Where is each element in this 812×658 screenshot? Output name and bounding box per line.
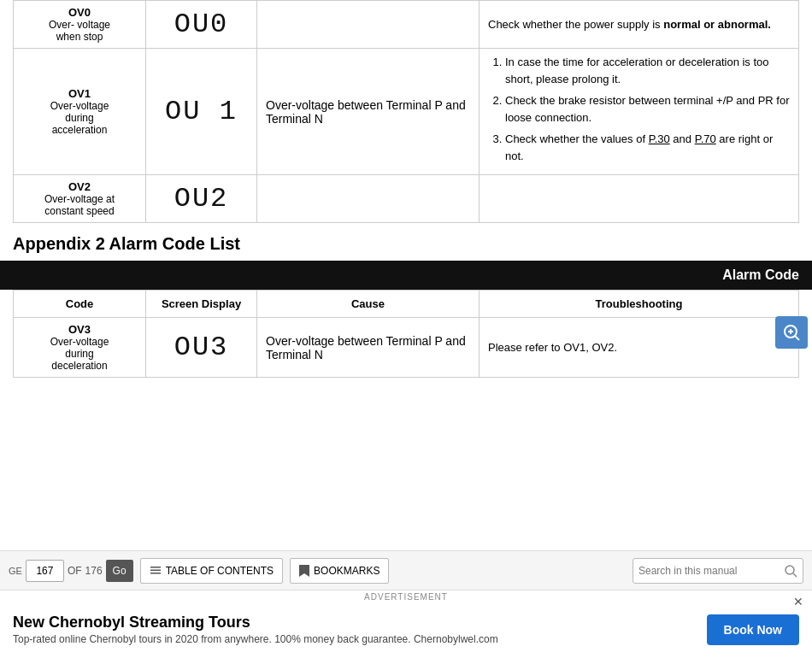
- toc-button[interactable]: TABLE OF CONTENTS: [140, 558, 283, 584]
- ad-content: New Chernobyl Streaming Tours Top-rated …: [13, 614, 799, 645]
- cause-cell-ov3: Over-voltage between Terminal P and Term…: [257, 318, 480, 378]
- code-label-ov3: OV3: [22, 323, 137, 336]
- main-content: OV0 Over- voltagewhen stop OU0 Check whe…: [0, 0, 812, 378]
- ad-title: New Chernobyl Streaming Tours: [13, 614, 707, 632]
- list-item: Check whether the values of P.30 and P.7…: [505, 131, 790, 164]
- code-cell-ov2: OV2 Over-voltage atconstant speed: [14, 175, 146, 223]
- table-row: OV1 Over-voltageduringacceleration OU 1 …: [14, 49, 799, 175]
- code-label-ov0: OV0: [22, 6, 137, 19]
- lcd-display-ov0: OU0: [174, 9, 229, 40]
- zoom-in-icon: [782, 323, 801, 342]
- col-header-troubleshooting: Troubleshooting: [480, 291, 799, 318]
- page-total: 176: [85, 565, 103, 577]
- toc-icon: [150, 565, 162, 577]
- svg-line-1: [795, 336, 799, 340]
- trouble-cell-ov0: Check whether the power supply is normal…: [480, 1, 799, 49]
- cause-cell-ov0: [257, 1, 480, 49]
- col-header-code: Code: [14, 291, 146, 318]
- lower-alarm-table: Code Screen Display Cause Troubleshootin…: [13, 290, 799, 378]
- list-item: Check the brake resistor between termina…: [505, 92, 790, 126]
- upper-table-section: OV0 Over- voltagewhen stop OU0 Check whe…: [0, 0, 812, 223]
- trouble-cell-ov2: [480, 175, 799, 223]
- svg-line-9: [793, 573, 797, 577]
- table-row: OV3 Over-voltageduringdeceleration OU3 O…: [14, 318, 799, 378]
- ad-text-block: New Chernobyl Streaming Tours Top-rated …: [13, 614, 707, 645]
- code-cell-ov3: OV3 Over-voltageduringdeceleration: [14, 318, 146, 378]
- list-item: In case the time for acceleration or dec…: [505, 54, 790, 87]
- code-sub-ov1: Over-voltageduringacceleration: [22, 100, 137, 136]
- lower-table-section: Code Screen Display Cause Troubleshootin…: [0, 290, 812, 378]
- bottom-toolbar: GE OF 176 Go TABLE OF CONTENTS BOOKMARKS: [0, 550, 812, 590]
- svg-marker-7: [299, 565, 309, 577]
- table-row: OV0 Over- voltagewhen stop OU0 Check whe…: [14, 1, 799, 49]
- table-row: OV2 Over-voltage atconstant speed OU2: [14, 175, 799, 223]
- bookmarks-label: BOOKMARKS: [314, 565, 380, 577]
- col-header-cause: Cause: [257, 291, 480, 318]
- toc-label: TABLE OF CONTENTS: [166, 565, 274, 577]
- appendix-heading: Appendix 2 Alarm Code List: [0, 227, 812, 261]
- lcd-display-ov1: OU 1: [165, 96, 238, 127]
- ad-label: ADVERTISEMENT: [364, 592, 448, 602]
- code-label-ov2: OV2: [22, 180, 137, 193]
- search-icon: [784, 564, 797, 578]
- trouble-cell-ov1: In case the time for acceleration or dec…: [480, 49, 799, 175]
- display-cell-ov1: OU 1: [146, 49, 257, 175]
- svg-rect-5: [150, 569, 161, 571]
- search-input[interactable]: [638, 565, 784, 577]
- page-of-label: OF: [68, 565, 82, 577]
- svg-point-8: [786, 566, 794, 574]
- code-sub-ov2: Over-voltage atconstant speed: [22, 193, 137, 217]
- display-cell-ov3: OU3: [146, 318, 257, 378]
- ad-subtitle: Top-rated online Chernobyl tours in 2020…: [13, 633, 707, 645]
- alarm-code-header: Alarm Code: [0, 261, 812, 290]
- lcd-display-ov2: OU2: [174, 183, 229, 214]
- trouble-list-ov1: In case the time for acceleration or dec…: [488, 54, 790, 164]
- display-cell-ov0: OU0: [146, 1, 257, 49]
- cause-cell-ov1: Over-voltage between Terminal P and Term…: [257, 49, 480, 175]
- page-label: GE: [9, 566, 22, 576]
- bookmarks-button[interactable]: BOOKMARKS: [290, 558, 389, 584]
- bookmarks-icon: [299, 565, 309, 577]
- zoom-icon-button[interactable]: [775, 316, 808, 349]
- upper-alarm-table: OV0 Over- voltagewhen stop OU0 Check whe…: [13, 0, 799, 223]
- cause-cell-ov2: [257, 175, 480, 223]
- page-navigation: GE OF 176 Go: [9, 560, 133, 582]
- code-sub-ov3: Over-voltageduringdeceleration: [22, 336, 137, 372]
- lcd-display-ov3: OU3: [174, 332, 229, 363]
- page-number-input[interactable]: [26, 560, 64, 582]
- search-button[interactable]: [784, 564, 797, 578]
- advertisement-bar: ADVERTISEMENT ✕ New Chernobyl Streaming …: [0, 590, 812, 658]
- code-label-ov1: OV1: [22, 87, 137, 100]
- book-now-button[interactable]: Book Now: [707, 614, 799, 645]
- search-box: [633, 558, 803, 584]
- display-cell-ov2: OU2: [146, 175, 257, 223]
- svg-rect-6: [150, 573, 161, 574]
- trouble-cell-ov3: Please refer to OV1, OV2.: [480, 318, 799, 378]
- code-cell-ov0: OV0 Over- voltagewhen stop: [14, 1, 146, 49]
- code-sub-ov0: Over- voltagewhen stop: [22, 19, 137, 43]
- svg-rect-4: [150, 567, 161, 568]
- col-header-screen-display: Screen Display: [146, 291, 257, 318]
- ad-close-button[interactable]: ✕: [793, 595, 803, 608]
- code-cell-ov1: OV1 Over-voltageduringacceleration: [14, 49, 146, 175]
- table-header-row: Code Screen Display Cause Troubleshootin…: [14, 291, 799, 318]
- go-button[interactable]: Go: [106, 560, 133, 582]
